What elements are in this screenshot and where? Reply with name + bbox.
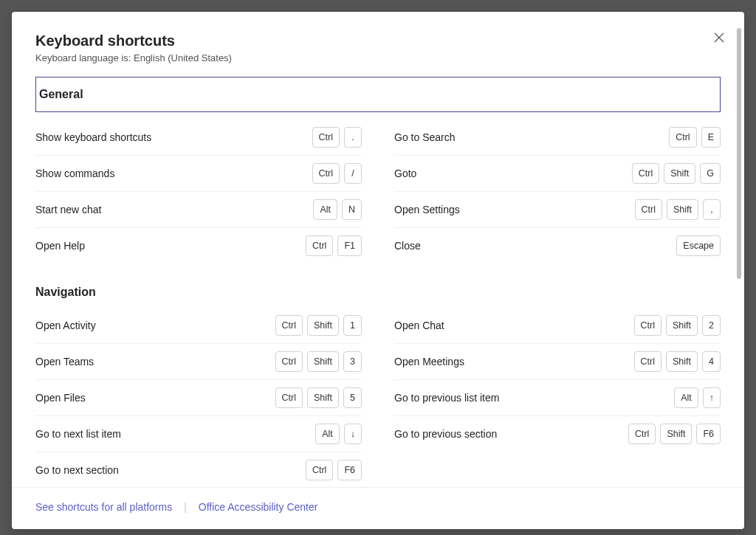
shortcut-row: Open HelpCtrlF1 bbox=[35, 228, 362, 263]
shortcut-row: Go to previous sectionCtrlShiftF6 bbox=[394, 416, 721, 452]
key-g: G bbox=[700, 163, 721, 184]
general-col-left: Show keyboard shortcutsCtrl.Show command… bbox=[35, 120, 362, 263]
shortcut-keys: CtrlShift3 bbox=[275, 351, 362, 372]
key-shift: Shift bbox=[660, 424, 692, 444]
key-ctrl: Ctrl bbox=[669, 127, 696, 148]
shortcut-row: Start new chatAltN bbox=[35, 192, 362, 228]
shortcut-row: Show keyboard shortcutsCtrl. bbox=[35, 120, 362, 156]
navigation-columns: Open ActivityCtrlShift1Open TeamsCtrlShi… bbox=[35, 308, 721, 487]
key-ctrl: Ctrl bbox=[632, 163, 659, 184]
key-n: N bbox=[342, 199, 362, 220]
shortcut-keys: CtrlShift1 bbox=[275, 315, 362, 336]
key-alt: Alt bbox=[313, 199, 337, 220]
shortcut-label: Go to next list item bbox=[35, 428, 121, 440]
key-,: , bbox=[703, 199, 721, 220]
key-ctrl: Ctrl bbox=[628, 424, 656, 444]
dialog-title: Keyboard shortcuts bbox=[35, 32, 721, 49]
shortcut-label: Open Activity bbox=[35, 320, 96, 331]
navigation-col-left: Open ActivityCtrlShift1Open TeamsCtrlShi… bbox=[35, 308, 362, 487]
general-col-right: Go to SearchCtrlEGotoCtrlShiftGOpen Sett… bbox=[394, 120, 721, 263]
shortcut-keys: Alt↑ bbox=[674, 387, 721, 408]
shortcut-label: Open Teams bbox=[35, 356, 94, 367]
key-shift: Shift bbox=[664, 163, 695, 184]
shortcut-keys: CtrlShiftG bbox=[632, 163, 721, 184]
link-accessibility[interactable]: Office Accessibility Center bbox=[199, 501, 318, 513]
key-ctrl: Ctrl bbox=[635, 199, 662, 220]
key-shift: Shift bbox=[666, 315, 698, 336]
shortcut-row: Open FilesCtrlShift5 bbox=[35, 380, 362, 416]
key-/: / bbox=[344, 163, 362, 184]
key-shift: Shift bbox=[667, 199, 698, 220]
dialog-subtitle: Keyboard language is: English (United St… bbox=[35, 52, 721, 63]
shortcut-keys: CtrlShift2 bbox=[634, 315, 721, 336]
section-heading-general[interactable]: General bbox=[35, 77, 721, 112]
key-f6: F6 bbox=[337, 460, 362, 480]
shortcut-row: Go to next list itemAlt↓ bbox=[35, 416, 362, 452]
scrollbar[interactable] bbox=[737, 28, 741, 279]
section-heading-navigation: Navigation bbox=[35, 286, 721, 299]
key-shift: Shift bbox=[307, 315, 339, 336]
key-ctrl: Ctrl bbox=[634, 351, 662, 372]
shortcut-label: Show keyboard shortcuts bbox=[35, 131, 151, 143]
key-alt: Alt bbox=[674, 387, 698, 408]
key-shift: Shift bbox=[666, 351, 698, 372]
key-ctrl: Ctrl bbox=[275, 351, 303, 372]
key-4: 4 bbox=[702, 351, 721, 372]
shortcut-label: Goto bbox=[394, 168, 416, 179]
shortcut-keys: CtrlShift5 bbox=[275, 387, 362, 408]
shortcut-row: Open ActivityCtrlShift1 bbox=[35, 308, 362, 344]
key-ctrl: Ctrl bbox=[312, 163, 340, 184]
navigation-col-right: Open ChatCtrlShift2Open MeetingsCtrlShif… bbox=[394, 308, 721, 487]
shortcut-label: Go to next section bbox=[35, 464, 119, 476]
shortcut-keys: AltN bbox=[313, 199, 362, 220]
key-shift: Shift bbox=[307, 387, 339, 408]
shortcut-keys: CtrlE bbox=[669, 127, 721, 148]
shortcut-label: Go to Search bbox=[394, 131, 456, 143]
key-ctrl: Ctrl bbox=[306, 460, 333, 480]
link-all-platforms[interactable]: See shortcuts for all platforms bbox=[35, 501, 172, 513]
key-ctrl: Ctrl bbox=[306, 235, 333, 256]
shortcut-label: Go to previous list item bbox=[394, 392, 499, 404]
key-ctrl: Ctrl bbox=[634, 315, 662, 336]
key-↓: ↓ bbox=[344, 424, 362, 444]
dialog-body: Keyboard shortcuts Keyboard language is:… bbox=[12, 12, 744, 487]
key-↑: ↑ bbox=[703, 387, 721, 408]
key-ctrl: Ctrl bbox=[275, 315, 303, 336]
key-alt: Alt bbox=[315, 424, 340, 444]
shortcut-label: Open Chat bbox=[394, 320, 444, 331]
general-columns: Show keyboard shortcutsCtrl.Show command… bbox=[35, 120, 721, 263]
close-icon bbox=[714, 34, 724, 45]
shortcut-keys: CtrlShiftF6 bbox=[628, 424, 721, 444]
footer-separator: | bbox=[184, 501, 187, 513]
shortcut-row: Open ChatCtrlShift2 bbox=[394, 308, 721, 344]
shortcut-label: Go to previous section bbox=[394, 428, 497, 440]
shortcut-row: Show commandsCtrl/ bbox=[35, 156, 362, 192]
shortcut-label: Close bbox=[394, 240, 421, 252]
key-.: . bbox=[344, 127, 362, 148]
key-3: 3 bbox=[343, 351, 362, 372]
key-ctrl: Ctrl bbox=[275, 387, 303, 408]
shortcut-row: Open SettingsCtrlShift, bbox=[394, 192, 721, 228]
shortcut-keys: Ctrl. bbox=[312, 127, 362, 148]
shortcut-row: Go to SearchCtrlE bbox=[394, 120, 721, 156]
shortcut-keys: Alt↓ bbox=[315, 424, 362, 444]
key-escape: Escape bbox=[676, 235, 721, 256]
shortcut-keys: Ctrl/ bbox=[312, 163, 362, 184]
shortcut-row: Open TeamsCtrlShift3 bbox=[35, 344, 362, 380]
shortcut-row: GotoCtrlShiftG bbox=[394, 156, 721, 192]
shortcut-row: Go to next sectionCtrlF6 bbox=[35, 452, 362, 487]
shortcut-label: Open Files bbox=[35, 392, 86, 404]
close-button[interactable] bbox=[709, 28, 729, 49]
shortcut-row: Go to previous list itemAlt↑ bbox=[394, 380, 721, 416]
key-shift: Shift bbox=[307, 351, 339, 372]
shortcut-keys: CtrlShift4 bbox=[634, 351, 721, 372]
shortcut-label: Start new chat bbox=[35, 204, 102, 215]
key-f6: F6 bbox=[696, 424, 721, 444]
shortcut-keys: CtrlShift, bbox=[635, 199, 721, 220]
keyboard-shortcuts-dialog: Keyboard shortcuts Keyboard language is:… bbox=[12, 12, 744, 529]
shortcut-row: Open MeetingsCtrlShift4 bbox=[394, 344, 721, 380]
key-2: 2 bbox=[702, 315, 721, 336]
shortcut-label: Open Meetings bbox=[394, 356, 464, 367]
shortcut-keys: CtrlF6 bbox=[306, 460, 362, 480]
key-5: 5 bbox=[343, 387, 362, 408]
